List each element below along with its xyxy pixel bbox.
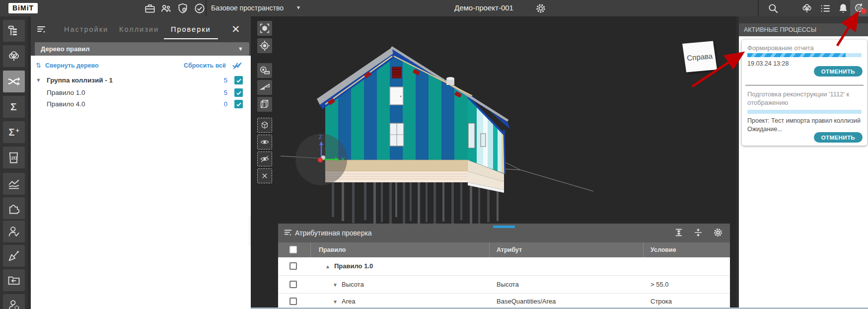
axis-y-label: Y	[341, 156, 345, 162]
collapse-rows-icon[interactable]	[693, 228, 704, 238]
svg-text:Σ: Σ	[10, 101, 17, 112]
briefcase-icon[interactable]	[144, 2, 156, 14]
section-plane-button[interactable]	[257, 80, 272, 95]
tab-collisions[interactable]: Коллизии	[119, 25, 159, 33]
process-title: Формирование отчета	[747, 44, 862, 52]
cancel-button[interactable]: ОТМЕНИТЬ	[814, 132, 863, 143]
row-checkbox[interactable]	[289, 262, 297, 270]
active-processes-button[interactable]: 10	[850, 0, 868, 16]
column-rule[interactable]: Правило	[319, 246, 346, 253]
chevron-up-icon[interactable]: ▲	[325, 264, 330, 269]
cell-rule: Area	[342, 298, 355, 305]
app-logo[interactable]: BiMiT	[8, 3, 38, 13]
chevron-down-icon[interactable]: ▾	[297, 4, 300, 11]
table-row[interactable]: ▼ Высота Высота > 55.0	[278, 276, 730, 294]
column-attribute[interactable]: Атрибут	[497, 246, 522, 253]
folder-export-icon[interactable]	[3, 269, 25, 291]
top-bar: BiMiT Базовое пространство ▾ Демо-проект…	[0, 0, 868, 16]
tool-sidebar: Σ Σ + 2D	[0, 16, 28, 309]
user-check-icon[interactable]	[3, 221, 25, 242]
section-box-button[interactable]	[257, 97, 272, 112]
clear-filter-icon[interactable]	[232, 61, 243, 70]
team-icon[interactable]	[160, 2, 172, 14]
section-plane-label[interactable]: Справа	[682, 41, 717, 73]
panel-top-strip	[739, 16, 868, 23]
checkbox-checked[interactable]	[234, 76, 243, 84]
model-tree-icon[interactable]	[3, 45, 25, 67]
hierarchy-tree-icon[interactable]	[3, 20, 25, 42]
shield-icon[interactable]	[177, 2, 189, 14]
chart-icon[interactable]	[3, 173, 25, 195]
cell-condition: Строка	[651, 298, 672, 305]
row-checkbox[interactable]	[289, 298, 297, 305]
trowel-icon[interactable]	[3, 245, 25, 267]
tree-row-count: 5	[224, 77, 227, 84]
table-row[interactable]: ▼ Area BaseQuantities/Area Строка	[278, 294, 730, 309]
sigma-plus-icon[interactable]: Σ +	[3, 121, 25, 143]
table-row[interactable]: ▲ Правило 1.0	[278, 257, 730, 276]
tree-row-label: Правило 1.0	[47, 89, 85, 96]
measure-button[interactable]	[257, 63, 272, 78]
checkbox-checked[interactable]	[234, 100, 243, 108]
clear-selection-button[interactable]	[257, 168, 272, 183]
isolate-object-button[interactable]	[257, 118, 272, 133]
drag-handle[interactable]	[493, 226, 515, 228]
svg-text:Σ: Σ	[9, 127, 15, 138]
close-icon[interactable]: ✕	[231, 25, 240, 34]
panel-menu-icon[interactable]	[283, 228, 294, 238]
workspace-selector[interactable]: Базовое пространство	[211, 4, 284, 12]
puzzle-icon[interactable]	[3, 197, 25, 219]
column-divider	[489, 242, 490, 257]
panel-resize-handle[interactable]	[249, 216, 251, 246]
rules-tree-header[interactable]: Дерево правил ▼	[35, 42, 249, 56]
process-project: Проект: Тест импорта правил коллизий	[747, 117, 861, 124]
progress-bar	[747, 53, 862, 57]
tab-checks[interactable]: Проверки	[171, 25, 211, 33]
row-checkbox[interactable]	[289, 281, 297, 288]
svg-text:+: +	[16, 127, 20, 134]
expand-height-icon[interactable]	[674, 228, 685, 238]
sigma-icon[interactable]: Σ	[3, 96, 25, 118]
expand-collapse-icon[interactable]: ⇅	[36, 62, 44, 70]
list-icon[interactable]	[819, 2, 831, 14]
tree-row-group[interactable]: ▼ Группа коллизий - 1 5	[31, 76, 251, 86]
progress-fill	[747, 53, 846, 57]
cell-attribute: Высота	[497, 281, 519, 288]
chevron-down-icon[interactable]: ▼	[36, 77, 41, 83]
project-title: Демо-проект-001	[454, 3, 513, 12]
check-circle-icon[interactable]	[194, 2, 206, 14]
show-object-button[interactable]	[257, 135, 272, 150]
tree-row-label: Правило 4.0	[47, 100, 85, 108]
bell-icon[interactable]	[837, 2, 849, 14]
chevron-down-icon[interactable]: ▼	[333, 282, 338, 288]
checkbox-checked[interactable]	[234, 88, 243, 97]
chevron-down-icon[interactable]: ▼	[333, 299, 338, 305]
gear-icon[interactable]	[713, 228, 724, 238]
hide-object-button[interactable]	[257, 152, 272, 166]
cancel-button[interactable]: ОТМЕНИТЬ	[814, 66, 863, 77]
zoom-fit-button[interactable]	[257, 21, 272, 36]
tree-row-count: 0	[224, 100, 227, 108]
column-condition[interactable]: Условие	[651, 246, 676, 253]
2d-view-icon[interactable]: 2D	[3, 147, 25, 168]
collapse-tree-link[interactable]: Свернуть дерево	[45, 62, 99, 69]
select-all-checkbox[interactable]	[289, 246, 297, 253]
panel-menu-icon[interactable]	[36, 24, 48, 36]
tree-row-label: Группа коллизий - 1	[47, 77, 113, 84]
search-icon[interactable]	[767, 2, 779, 14]
project-tree-icon[interactable]	[801, 2, 813, 14]
panel-title: АКТИВНЫЕ ПРОЦЕССЫ	[739, 23, 868, 36]
process-timestamp: 19.03.24 13:28	[747, 60, 789, 67]
tree-row-rule[interactable]: Правило 1.0 5	[31, 88, 251, 99]
rules-tree-body: ⇅ Свернуть дерево Сбросить всё ▼ Группа …	[31, 56, 251, 309]
tab-settings[interactable]: Настройки	[64, 25, 108, 33]
panel-title: Атрибутивная проверка	[295, 229, 372, 237]
tree-row-rule[interactable]: Правило 4.0 0	[31, 99, 251, 110]
collisions-shuffle-icon[interactable]	[3, 71, 25, 92]
gear-icon[interactable]	[535, 3, 547, 15]
locate-target-button[interactable]	[257, 38, 272, 53]
process-status: Ожидание...	[747, 126, 783, 133]
user-settings-icon[interactable]	[3, 294, 25, 309]
reset-all-link[interactable]: Сбросить всё	[184, 62, 226, 69]
panel-header: Атрибутивная проверка	[278, 224, 730, 242]
